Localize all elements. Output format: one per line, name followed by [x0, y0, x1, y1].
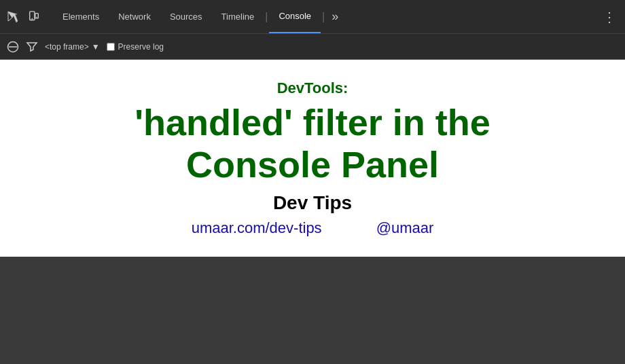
tab-network[interactable]: Network — [109, 0, 160, 33]
filter-icon[interactable] — [26, 41, 38, 53]
tab-timeline[interactable]: Timeline — [212, 0, 264, 33]
tab-sources[interactable]: Sources — [160, 0, 212, 33]
devtools-toolbar: Elements Network Sources Timeline | Cons… — [0, 0, 625, 34]
main-nav-tabs: Elements Network Sources Timeline | Cons… — [53, 0, 344, 33]
tab-console[interactable]: Console — [269, 0, 321, 33]
preserve-log-toggle[interactable]: Preserve log — [107, 42, 164, 52]
twitter-link[interactable]: @umaar — [376, 219, 434, 237]
more-tabs-button[interactable]: » — [326, 10, 344, 24]
inspect-icon[interactable] — [5, 9, 22, 25]
main-content: DevTools: 'handled' filter in the Consol… — [0, 60, 625, 257]
frame-selector[interactable]: <top frame> ▼ — [45, 42, 100, 52]
svg-point-3 — [36, 16, 37, 17]
frame-chevron-icon: ▼ — [92, 42, 100, 52]
toolbar-icon-group — [5, 9, 42, 25]
bottom-area — [0, 257, 625, 364]
toolbar-menu-button[interactable]: ⋮ — [600, 9, 620, 25]
devtools-label: DevTools: — [277, 79, 349, 97]
preserve-log-checkbox[interactable] — [107, 43, 115, 51]
website-link[interactable]: umaar.com/dev-tips — [192, 219, 322, 237]
links-row: umaar.com/dev-tips @umaar — [192, 219, 434, 237]
main-heading: 'handled' filter in the Console Panel — [135, 101, 490, 185]
device-icon[interactable] — [26, 9, 42, 25]
svg-point-2 — [31, 18, 33, 19]
console-bar: <top frame> ▼ Preserve log — [0, 34, 625, 60]
tab-elements[interactable]: Elements — [53, 0, 109, 33]
tab-separator-2: | — [321, 11, 326, 23]
block-icon[interactable] — [7, 41, 19, 53]
dev-tips-label: Dev Tips — [273, 192, 352, 214]
tab-separator: | — [264, 11, 269, 23]
